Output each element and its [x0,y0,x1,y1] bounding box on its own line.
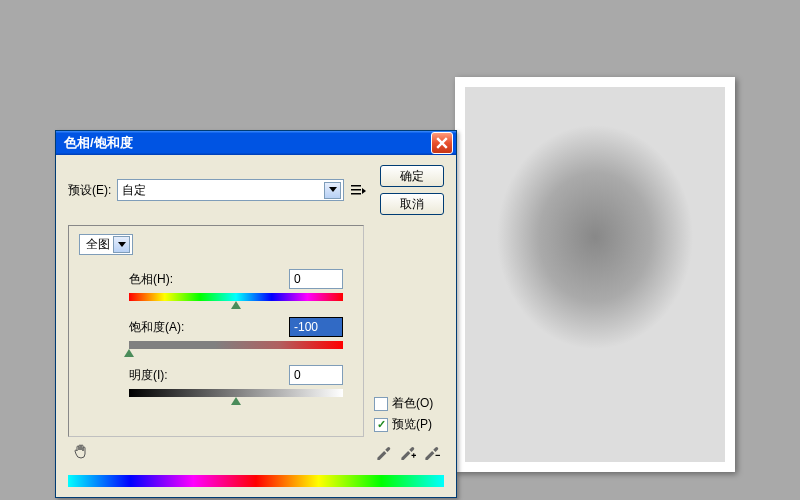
svg-rect-0 [351,185,361,187]
ok-button[interactable]: 确定 [380,165,444,187]
colorize-label: 着色(O) [392,395,433,412]
preview-checkbox[interactable] [374,418,388,432]
eyedropper-plus-icon[interactable] [398,443,416,461]
scrubby-hand-icon[interactable] [72,443,90,461]
hue-thumb[interactable] [231,301,241,309]
saturation-thumb[interactable] [124,349,134,357]
hue-saturation-dialog: 色相/饱和度 预设(E): 自定 确定 取消 全图 [55,130,457,498]
dialog-body: 预设(E): 自定 确定 取消 全图 色相(H): [56,155,456,469]
cancel-button[interactable]: 取消 [380,193,444,215]
hue-input[interactable]: 0 [289,269,343,289]
preset-menu-button[interactable] [350,183,366,197]
hue-group: 色相(H): 0 [79,269,353,303]
spectrum-bar [68,475,444,487]
eyedropper-icon[interactable] [374,443,392,461]
saturation-label: 饱和度(A): [129,319,184,336]
image-canvas [455,77,735,472]
photo-content [465,87,725,462]
lightness-label: 明度(I): [129,367,168,384]
dialog-title: 色相/饱和度 [64,134,431,152]
close-icon [436,137,448,149]
right-options: 着色(O) 预览(P) [374,225,444,437]
color-range-dropdown[interactable]: 全图 [79,234,133,255]
saturation-group: 饱和度(A): -100 [79,317,353,351]
hue-track [129,293,343,301]
colorize-checkbox[interactable] [374,397,388,411]
eyedropper-minus-icon[interactable] [422,443,440,461]
hue-slider[interactable] [129,293,343,303]
lightness-input[interactable]: 0 [289,365,343,385]
preset-label: 预设(E): [68,182,111,199]
svg-rect-1 [351,189,361,191]
color-range-value: 全图 [86,236,110,253]
lightness-track [129,389,343,397]
lightness-thumb[interactable] [231,397,241,405]
saturation-input[interactable]: -100 [289,317,343,337]
lightness-slider[interactable] [129,389,343,399]
hue-label: 色相(H): [129,271,173,288]
slider-panel: 全图 色相(H): 0 饱和度(A): - [68,225,364,437]
preset-value: 自定 [122,182,146,199]
dialog-titlebar[interactable]: 色相/饱和度 [56,131,456,155]
svg-rect-2 [351,193,361,195]
saturation-track [129,341,343,349]
lightness-group: 明度(I): 0 [79,365,353,399]
saturation-slider[interactable] [129,341,343,351]
preview-label: 预览(P) [392,416,432,433]
close-button[interactable] [431,132,453,154]
preset-dropdown[interactable]: 自定 [117,179,344,201]
chevron-down-icon [113,236,130,253]
chevron-down-icon [324,182,341,199]
